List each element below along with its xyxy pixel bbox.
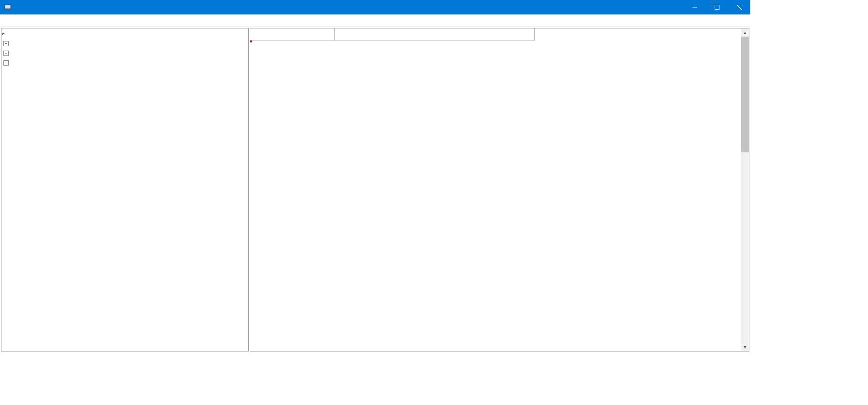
main-area: + + + — [0, 27, 750, 352]
annotation-highlight — [250, 40, 252, 42]
column-header-value[interactable] — [335, 28, 535, 40]
menubar — [0, 14, 750, 27]
details-content — [250, 28, 741, 351]
scroll-up-button[interactable]: ▲ — [741, 28, 749, 37]
column-header-item[interactable] — [250, 28, 335, 40]
expand-icon[interactable]: + — [3, 41, 9, 46]
svg-rect-1 — [5, 5, 11, 9]
titlebar — [0, 0, 750, 14]
tree-system-summary[interactable] — [2, 29, 247, 39]
menu-edit[interactable] — [12, 19, 21, 22]
scroll-down-button[interactable]: ▼ — [741, 343, 749, 351]
category-tree-panel: + + + — [1, 28, 249, 351]
category-tree: + + + — [1, 28, 248, 68]
maximize-button[interactable] — [706, 0, 728, 14]
menu-help[interactable] — [31, 19, 41, 22]
details-table — [250, 28, 535, 40]
details-panel: ▲ ▼ — [250, 28, 749, 351]
menu-file[interactable] — [2, 19, 12, 22]
app-icon — [4, 3, 12, 11]
menu-view[interactable] — [21, 19, 31, 22]
close-button[interactable] — [728, 0, 750, 14]
tree-software-environment[interactable]: + — [2, 58, 247, 68]
expand-icon[interactable]: + — [3, 51, 9, 56]
minimize-button[interactable] — [684, 0, 706, 14]
svg-rect-2 — [6, 9, 9, 10]
tree-components[interactable]: + — [2, 48, 247, 58]
scroll-thumb[interactable] — [741, 37, 749, 152]
svg-rect-3 — [6, 10, 10, 11]
expand-icon[interactable]: + — [3, 60, 9, 66]
svg-rect-5 — [715, 5, 719, 10]
scroll-track[interactable] — [741, 37, 749, 343]
vertical-scrollbar[interactable]: ▲ ▼ — [741, 28, 749, 351]
tree-hardware-resources[interactable]: + — [2, 39, 247, 48]
